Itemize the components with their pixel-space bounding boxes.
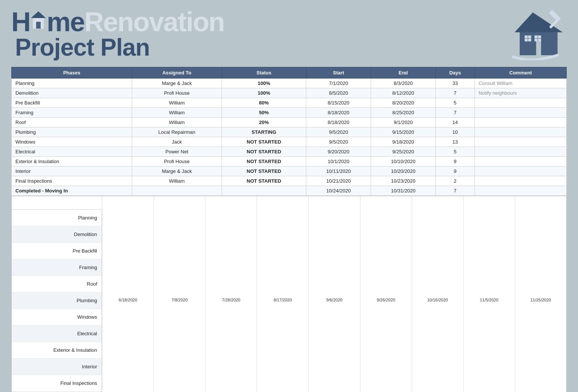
table-row: Pre BackfillWilliam80%8/15/20208/20/2020…: [12, 98, 567, 108]
cell-start: 8/18/2020: [306, 108, 371, 118]
col-header-end: End: [371, 67, 436, 79]
cell-phase: Exterior & Insulation: [12, 157, 132, 166]
table-row: PlumbingLocal RepairmanSTARTING9/5/20209…: [12, 127, 567, 137]
cell-status: NOT STARTED: [222, 157, 306, 166]
cell-start: 8/15/2020: [306, 98, 371, 108]
title-home-2: me: [47, 8, 84, 35]
cell-comment: [475, 176, 566, 186]
cell-days: 13: [435, 137, 475, 147]
cell-start: 10/11/2020: [306, 166, 371, 176]
svg-rect-13: [549, 18, 560, 29]
table-row: ElectricalPower NetNOT STARTED9/20/20209…: [12, 147, 567, 157]
cell-end: 9/25/2020: [371, 147, 436, 157]
table-header-row: Phases Assigned To Status Start End Days…: [12, 67, 567, 79]
home-icon: [30, 11, 47, 30]
cell-days: 7: [435, 186, 475, 196]
cell-comment: [475, 98, 566, 108]
cell-start: 9/20/2020: [306, 147, 371, 157]
cell-days: 14: [435, 118, 475, 127]
cell-days: 7: [435, 88, 475, 98]
table-row: WindowsJackNOT STARTED9/5/20209/18/20201…: [12, 137, 567, 147]
col-header-days: Days: [435, 67, 475, 79]
table-row: FramingWilliam50%8/18/20208/25/20207: [12, 108, 567, 118]
gantt-row-label: Plumbing: [12, 292, 102, 309]
cell-phase: Pre Backfill: [12, 98, 132, 108]
gantt-date-header: 7/8/2020: [154, 196, 205, 392]
cell-status: 100%: [222, 79, 306, 88]
gantt-row-label: Windows: [12, 309, 102, 325]
cell-status: NOT STARTED: [222, 176, 306, 186]
table-row: DemolitionProfi House100%8/5/20208/12/20…: [12, 88, 567, 98]
cell-status: 100%: [222, 88, 306, 98]
svg-rect-1: [36, 22, 41, 29]
cell-phase: Planning: [12, 79, 132, 88]
header: H me Renovation Project Plan: [11, 8, 567, 60]
cell-comment: Notify neighbours: [475, 88, 566, 98]
cell-end: 9/18/2020: [371, 137, 436, 147]
cell-start: 8/18/2020: [306, 118, 371, 127]
cell-start: 10/1/2020: [306, 157, 371, 166]
gantt-row-label: Final Inspections: [12, 375, 102, 392]
gantt-container: PlanningDemolitionPre BackfillFramingRoo…: [12, 196, 566, 392]
cell-comment: [475, 108, 566, 118]
cell-days: 9: [435, 166, 475, 176]
cell-assigned: William: [132, 118, 222, 127]
gantt-row-label: Demolition: [12, 226, 102, 243]
title-renovation: Renovation: [84, 8, 224, 35]
cell-end: 10/10/2020: [371, 157, 436, 166]
page-wrapper: H me Renovation Project Plan: [0, 0, 578, 392]
cell-end: 10/23/2020: [371, 176, 436, 186]
gantt-row-label: Framing: [12, 259, 102, 276]
cell-days: 10: [435, 127, 475, 137]
title-home: H: [11, 8, 30, 35]
cell-assigned: Local Repairman: [132, 127, 222, 137]
cell-assigned: Marge & Jack: [132, 166, 222, 176]
cell-comment: Consult William: [475, 79, 566, 88]
table-row: RoofWilliam20%8/18/20209/1/202014: [12, 118, 567, 127]
cell-phase: Framing: [12, 108, 132, 118]
gantt-date-header: 10/16/2020: [412, 196, 463, 392]
gantt-date-header: 7/28/2020: [205, 196, 257, 392]
table-row: PlanningMarge & Jack100%7/1/20208/3/2020…: [12, 79, 567, 88]
cell-days: 2: [435, 176, 475, 186]
header-logo: [499, 8, 567, 60]
cell-status: 80%: [222, 98, 306, 108]
col-header-start: Start: [306, 67, 371, 79]
table-row: Exterior & InsulationProfi HouseNOT STAR…: [12, 157, 567, 166]
table-row: Final InspectionsWilliamNOT STARTED10/21…: [12, 176, 567, 186]
gantt-row-label: Planning: [12, 210, 102, 226]
cell-status: STARTING: [222, 127, 306, 137]
cell-assigned: [132, 186, 222, 196]
cell-days: 33: [435, 79, 475, 88]
cell-comment: [475, 127, 566, 137]
cell-assigned: William: [132, 98, 222, 108]
cell-comment: [475, 147, 566, 157]
cell-days: 5: [435, 98, 475, 108]
gantt-date-header: 8/17/2020: [257, 196, 308, 392]
title-project-plan: Project Plan: [15, 35, 150, 59]
cell-status: 50%: [222, 108, 306, 118]
cell-comment: [475, 166, 566, 176]
cell-phase: Final Inspections: [12, 176, 132, 186]
cell-end: 10/31/2020: [371, 186, 436, 196]
gantt-date-headers: 6/18/20207/8/20207/28/20208/17/20209/6/2…: [102, 196, 566, 392]
col-header-status: Status: [222, 67, 306, 79]
cell-phase: Roof: [12, 118, 132, 127]
gantt-row-label: Pre Backfill: [12, 243, 102, 259]
cell-days: 5: [435, 147, 475, 157]
cell-status: NOT STARTED: [222, 137, 306, 147]
gantt-date-header: 11/5/2020: [463, 196, 515, 392]
cell-start: 10/21/2020: [306, 176, 371, 186]
col-header-assigned: Assigned To: [132, 67, 222, 79]
cell-start: 10/24/2020: [306, 186, 371, 196]
gantt-date-header: 11/25/2020: [515, 196, 566, 392]
cell-phase: Interior: [12, 166, 132, 176]
cell-comment: [475, 137, 566, 147]
cell-comment: [475, 157, 566, 166]
gantt-date-header: 6/18/2020: [102, 196, 154, 392]
gantt-date-header: 9/26/2020: [360, 196, 412, 392]
cell-end: 8/12/2020: [371, 88, 436, 98]
cell-start: 8/5/2020: [306, 88, 371, 98]
gantt-row-label: Roof: [12, 276, 102, 292]
cell-end: 9/15/2020: [371, 127, 436, 137]
